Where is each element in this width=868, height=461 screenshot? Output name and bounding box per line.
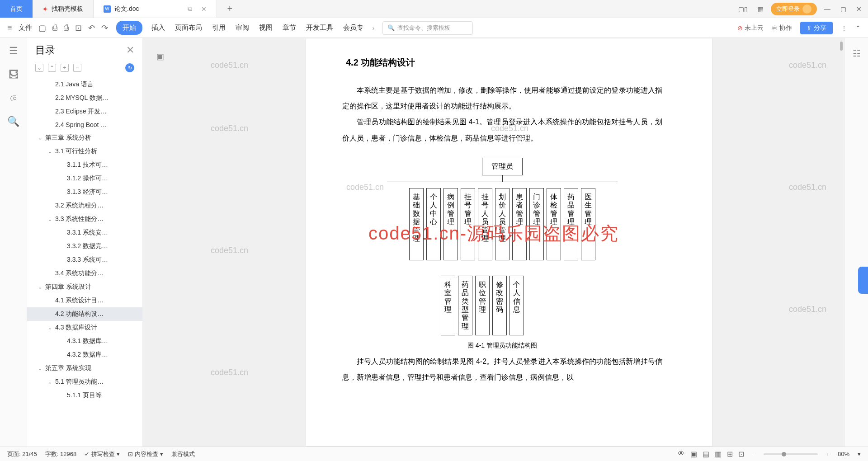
outline-item[interactable]: 3.3.1 系统安… xyxy=(27,226,142,240)
tab-document[interactable]: W 论文.doc ⧉ ✕ xyxy=(94,0,217,18)
outline-close-icon[interactable]: ✕ xyxy=(126,44,134,56)
more-icon[interactable]: ⋮ xyxy=(841,24,847,32)
settings-panel-icon[interactable]: ☷ xyxy=(853,48,861,58)
outline-item[interactable]: ⌄4.3 数据库设计 xyxy=(27,321,142,334)
ribbon-tab-layout[interactable]: 页面布局 xyxy=(174,21,203,35)
print-icon[interactable]: ⎙ xyxy=(64,23,69,33)
outline-item[interactable]: ⌄第三章 系统分析 xyxy=(27,131,142,145)
tab-new[interactable]: + xyxy=(217,0,242,18)
ribbon-tab-member[interactable]: 会员专 xyxy=(342,21,364,35)
ribbon-tab-chapter[interactable]: 章节 xyxy=(282,21,297,35)
expand-all-icon[interactable]: ⌃ xyxy=(48,64,56,72)
outline-item[interactable]: ⌄5.1 管理员功能… xyxy=(27,375,142,389)
outline-item[interactable]: 3.3.2 数据完… xyxy=(27,240,142,253)
tab-home[interactable]: 首页 xyxy=(0,0,33,18)
redo-icon[interactable]: ↷ xyxy=(101,23,108,33)
file-menu[interactable]: 文件 xyxy=(19,24,32,32)
outline-item[interactable]: ⌄第五章 系统实现 xyxy=(27,362,142,375)
ribbon-tab-reference[interactable]: 引用 xyxy=(211,21,226,35)
outline-view-icon[interactable]: ☰ xyxy=(9,45,18,57)
login-button[interactable]: 立即登录 xyxy=(771,3,817,15)
collapse-all-icon[interactable]: ⌄ xyxy=(35,64,43,72)
flag-icon[interactable]: ⟃ xyxy=(10,92,16,104)
org-leaf: 病例管理 xyxy=(443,188,458,260)
menu-icon[interactable]: ≡ xyxy=(7,23,12,33)
outline-item[interactable]: ⌄3.3 系统性能分… xyxy=(27,212,142,226)
outline-item[interactable]: 3.1.1 技术可… xyxy=(27,158,142,172)
org-leaf: 患者管理 xyxy=(512,188,527,260)
org-leaf: 挂号人员管理 xyxy=(478,188,492,260)
undo-icon[interactable]: ↶ xyxy=(88,23,95,33)
add-node-icon[interactable]: + xyxy=(61,64,69,72)
tab-label: 论文.doc xyxy=(114,5,139,13)
outline-item[interactable]: 3.4 系统功能分… xyxy=(27,267,142,280)
scroll-thumb[interactable] xyxy=(840,42,843,51)
view-print-icon[interactable]: ▤ xyxy=(703,450,709,458)
view-outline-icon[interactable]: ⊞ xyxy=(727,450,733,458)
panel-icon[interactable]: ▢▯ xyxy=(736,3,750,15)
ribbon-tab-review[interactable]: 审阅 xyxy=(235,21,250,35)
zoom-level[interactable]: 80% xyxy=(838,451,849,457)
ribbon-tab-devtools[interactable]: 开发工具 xyxy=(305,21,334,35)
bookmark-icon[interactable]: ⛾ xyxy=(9,69,19,80)
ribbon-tab-insert[interactable]: 插入 xyxy=(151,21,166,35)
outline-item[interactable]: 3.2 系统流程分… xyxy=(27,199,142,212)
remove-node-icon[interactable]: − xyxy=(73,64,81,72)
outline-item[interactable]: ⌄第四章 系统设计 xyxy=(27,280,142,294)
view-web-icon[interactable]: ▥ xyxy=(715,450,722,458)
outline-item[interactable]: 4.1 系统设计目… xyxy=(27,294,142,307)
outline-item[interactable]: 4.3.1 数据库… xyxy=(27,334,142,348)
vertical-scrollbar[interactable] xyxy=(835,38,844,447)
apps-icon[interactable]: ▦ xyxy=(755,3,766,15)
view-fullscreen-icon[interactable]: ⊡ xyxy=(738,450,744,458)
status-page[interactable]: 页面: 21/45 xyxy=(7,450,37,458)
outline-item[interactable]: 3.1.2 操作可… xyxy=(27,172,142,185)
feedback-tab[interactable] xyxy=(858,267,868,294)
ribbon-tab-start[interactable]: 开始 xyxy=(116,21,142,35)
window-close-icon[interactable]: ✕ xyxy=(854,3,864,15)
header-toggle-icon[interactable]: ▣ xyxy=(156,52,164,61)
outline-item[interactable]: 4.3.2 数据库… xyxy=(27,348,142,362)
main: ☰ ⛾ ⟃ 🔍 目录 ✕ ⌄ ⌃ + − ↻ 2.1 Java 语言2.2 MY… xyxy=(0,38,868,447)
new-icon[interactable]: ⎙ xyxy=(52,23,57,33)
outline-item[interactable]: 3.1.3 经济可… xyxy=(27,185,142,199)
status-compat[interactable]: 兼容模式 xyxy=(171,450,195,458)
preview-icon[interactable]: ⊡ xyxy=(75,23,82,33)
search-icon[interactable]: 🔍 xyxy=(7,116,19,127)
share-button[interactable]: ⇪ 分享 xyxy=(800,22,833,34)
view-read-icon[interactable]: ▣ xyxy=(690,450,697,458)
outline-item[interactable]: 3.3.3 系统可… xyxy=(27,253,142,267)
save-icon[interactable]: ▢ xyxy=(38,23,46,33)
outline-item[interactable]: 2.2 MYSQL 数据… xyxy=(27,91,142,105)
zoom-out-icon[interactable]: − xyxy=(752,451,756,457)
outline-item[interactable]: 4.2 功能结构设… xyxy=(27,307,142,321)
outline-item[interactable]: 2.1 Java 语言 xyxy=(27,78,142,91)
org-leaf: 基础数据管理 xyxy=(409,188,424,260)
tab-template[interactable]: ✦ 找稻壳模板 xyxy=(33,0,94,18)
outline-item[interactable]: ⌄3.1 可行性分析 xyxy=(27,145,142,158)
view-eye-icon[interactable]: 👁 xyxy=(678,450,685,458)
status-words[interactable]: 字数: 12968 xyxy=(45,450,76,458)
tab-split-icon[interactable]: ⧉ xyxy=(188,5,192,13)
tab-close-icon[interactable]: ✕ xyxy=(201,5,207,13)
coop-button[interactable]: ♾ 协作 xyxy=(772,24,792,32)
status-spellcheck[interactable]: ✓ 拼写检查 ▾ xyxy=(85,450,120,458)
zoom-slider[interactable] xyxy=(764,453,818,455)
ribbon-tab-view[interactable]: 视图 xyxy=(258,21,274,35)
status-content-check[interactable]: ⊡ 内容检查 ▾ xyxy=(128,450,163,458)
zoom-dropdown-icon[interactable]: ▾ xyxy=(858,451,861,457)
outline-item[interactable]: 2.3 Eclipse 开发… xyxy=(27,105,142,118)
outline-item[interactable]: 5.1.1 页目等 xyxy=(27,389,142,402)
collapse-ribbon-icon[interactable]: ⌃ xyxy=(855,24,861,32)
doc-icon: W xyxy=(104,5,111,13)
window-minimize-icon[interactable]: — xyxy=(821,3,833,15)
sync-icon[interactable]: ↻ xyxy=(125,63,134,72)
chevron-right-icon[interactable]: › xyxy=(373,24,375,32)
search-input[interactable]: 🔍 查找命令、搜索模板 xyxy=(382,21,473,35)
window-maximize-icon[interactable]: ▢ xyxy=(838,3,849,15)
document-area[interactable]: ▣ 4.2 功能结构设计 本系统主要是基于数据的增加，修改，删除等操作，使用者能… xyxy=(143,38,844,447)
outline-item[interactable]: 2.4 Spring Boot … xyxy=(27,118,142,131)
outline-body[interactable]: 2.1 Java 语言2.2 MYSQL 数据…2.3 Eclipse 开发…2… xyxy=(27,77,142,447)
cloud-status[interactable]: ⊘ 未上云 xyxy=(737,24,764,32)
zoom-in-icon[interactable]: + xyxy=(826,451,830,457)
